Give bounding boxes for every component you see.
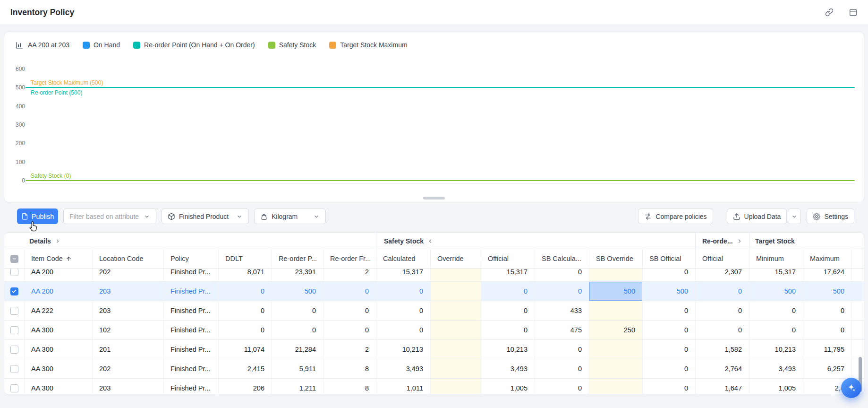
cell-target-minimum[interactable]: 15,317: [749, 269, 803, 281]
cell-target-maximum[interactable]: 11,795: [803, 340, 852, 359]
cell-ss-calculated[interactable]: 0: [376, 282, 431, 301]
cell-ss-override[interactable]: [431, 340, 481, 359]
ai-assistant-fab[interactable]: [841, 378, 861, 398]
cell-ss-calculated[interactable]: 0: [376, 301, 431, 320]
cell-reorder-frequency[interactable]: 0: [323, 301, 376, 320]
settings-button[interactable]: Settings: [807, 208, 854, 224]
cell-policy[interactable]: Finished Pr...: [164, 282, 219, 301]
cell-reorder-point[interactable]: 500: [272, 282, 323, 301]
cell-location-code[interactable]: 202: [93, 269, 164, 281]
cell-policy[interactable]: Finished Pr...: [164, 301, 219, 320]
cell-sb-override[interactable]: [589, 301, 643, 320]
cell-sb-override[interactable]: 250: [589, 321, 643, 339]
cell-reorder-frequency[interactable]: 8: [323, 379, 376, 394]
row-checkbox[interactable]: [10, 346, 18, 354]
cell-policy[interactable]: Finished Pr...: [164, 321, 219, 339]
cell-reorder-frequency[interactable]: 0: [323, 321, 376, 339]
cell-sb-override[interactable]: [589, 269, 643, 281]
cell-sb-override[interactable]: [589, 359, 643, 378]
chart-resize-handle[interactable]: [423, 197, 445, 200]
cell-sb-official[interactable]: 0: [643, 321, 696, 339]
cell-sb-calculated[interactable]: 0: [535, 340, 589, 359]
cell-location-code[interactable]: 203: [93, 379, 164, 394]
cell-reorder-official[interactable]: 0: [696, 321, 749, 339]
cell-reorder-official[interactable]: 2,764: [696, 359, 749, 378]
cell-ddlt[interactable]: 2,415: [219, 359, 272, 378]
cell-ss-override[interactable]: [431, 359, 481, 378]
cell-reorder-point[interactable]: 0: [272, 301, 323, 320]
cell-policy[interactable]: Finished Pr...: [164, 269, 219, 281]
cell-reorder-frequency[interactable]: 0: [323, 282, 376, 301]
cell-ddlt[interactable]: 8,071: [219, 269, 272, 281]
cell-ddlt[interactable]: 0: [219, 301, 272, 320]
cell-ddlt[interactable]: 0: [219, 282, 272, 301]
cell-sb-calculated[interactable]: 0: [535, 282, 589, 301]
cell-target-maximum[interactable]: 0: [803, 301, 852, 320]
upload-data-menu-button[interactable]: [788, 208, 801, 224]
cell-reorder-frequency[interactable]: 2: [323, 340, 376, 359]
cell-ss-calculated[interactable]: 10,213: [376, 340, 431, 359]
cell-item-code[interactable]: AA 300: [25, 359, 93, 378]
column-header-item-code[interactable]: Item Code: [25, 249, 93, 268]
cell-item-code[interactable]: AA 300: [25, 379, 93, 394]
cell-location-code[interactable]: 201: [93, 340, 164, 359]
cell-ss-calculated[interactable]: 0: [376, 321, 431, 339]
cell-sb-official[interactable]: 0: [643, 359, 696, 378]
cell-target-minimum[interactable]: 10,213: [749, 340, 803, 359]
cell-location-code[interactable]: 203: [93, 301, 164, 320]
cell-ss-override[interactable]: [431, 282, 481, 301]
cell-ss-official[interactable]: 0: [481, 301, 535, 320]
cell-ddlt[interactable]: 11,074: [219, 340, 272, 359]
cell-ss-official[interactable]: 3,493: [481, 359, 535, 378]
cell-item-code[interactable]: AA 200: [25, 282, 93, 301]
cell-policy[interactable]: Finished Pr...: [164, 340, 219, 359]
cell-ss-official[interactable]: 1,005: [481, 379, 535, 394]
publish-button[interactable]: Publish: [17, 208, 58, 224]
cell-sb-override[interactable]: 500: [589, 282, 643, 301]
cell-item-code[interactable]: AA 200: [25, 269, 93, 281]
cell-item-code[interactable]: AA 222: [25, 301, 93, 320]
column-header-target-minimum[interactable]: Minimum: [749, 249, 803, 268]
cell-sb-official[interactable]: 500: [643, 282, 696, 301]
cell-reorder-official[interactable]: 1,647: [696, 379, 749, 394]
cell-ss-override[interactable]: [431, 379, 481, 394]
cell-target-minimum[interactable]: 1,005: [749, 379, 803, 394]
cell-target-maximum[interactable]: 6,257: [803, 359, 852, 378]
cell-policy[interactable]: Finished Pr...: [164, 379, 219, 394]
column-header-reorder-frequency[interactable]: Re-order Fr...: [323, 249, 376, 268]
cell-sb-official[interactable]: 0: [643, 301, 696, 320]
cell-reorder-point[interactable]: 5,911: [272, 359, 323, 378]
compare-policies-button[interactable]: Compare policies: [638, 208, 713, 224]
cell-ss-calculated[interactable]: 3,493: [376, 359, 431, 378]
cell-target-minimum[interactable]: 0: [749, 301, 803, 320]
cell-reorder-point[interactable]: 0: [272, 321, 323, 339]
column-group-details[interactable]: Details: [4, 233, 376, 249]
cell-reorder-official[interactable]: 2,307: [696, 269, 749, 281]
cell-item-code[interactable]: AA 300: [25, 340, 93, 359]
cell-item-code[interactable]: AA 300: [25, 321, 93, 339]
cell-sb-calculated[interactable]: 0: [535, 379, 589, 394]
row-checkbox[interactable]: [10, 269, 18, 276]
cell-sb-official[interactable]: 0: [643, 379, 696, 394]
cell-sb-override[interactable]: [589, 340, 643, 359]
column-header-target-maximum[interactable]: Maximum: [803, 249, 852, 268]
unit-select[interactable]: Kilogram: [254, 208, 326, 224]
column-header-sb-calculated[interactable]: SB Calcula...: [535, 249, 589, 268]
cell-sb-calculated[interactable]: 475: [535, 321, 589, 339]
cell-target-maximum[interactable]: 17,624: [803, 269, 852, 281]
select-all-checkbox[interactable]: [10, 255, 18, 263]
cell-ss-override[interactable]: [431, 321, 481, 339]
cell-ss-official[interactable]: 15,317: [481, 269, 535, 281]
cell-sb-official[interactable]: 0: [643, 340, 696, 359]
cell-ss-official[interactable]: 10,213: [481, 340, 535, 359]
panel-icon[interactable]: [849, 8, 858, 17]
cell-sb-calculated[interactable]: 0: [535, 359, 589, 378]
cell-ss-override[interactable]: [431, 269, 481, 281]
cell-ss-official[interactable]: 0: [481, 321, 535, 339]
cell-reorder-point[interactable]: 1,211: [272, 379, 323, 394]
column-group-reorder[interactable]: Re-orde...: [696, 233, 749, 249]
row-checkbox[interactable]: [10, 287, 18, 295]
cell-ss-calculated[interactable]: 15,317: [376, 269, 431, 281]
cell-location-code[interactable]: 203: [93, 282, 164, 301]
column-header-sb-official[interactable]: SB Official: [643, 249, 696, 268]
